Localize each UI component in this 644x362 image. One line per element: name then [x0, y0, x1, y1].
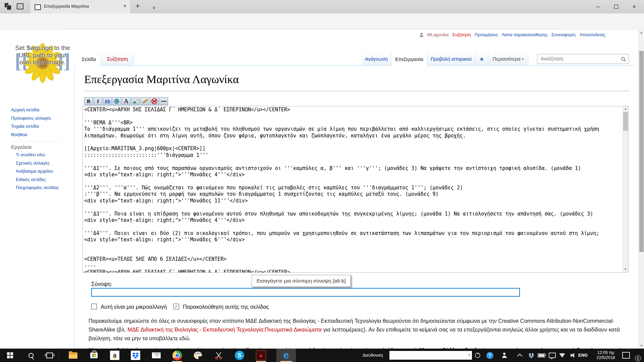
clock-date: 22/5/2018 — [592, 355, 619, 360]
wiki-search-box[interactable] — [537, 54, 629, 64]
editor-scrollbar[interactable]: ▲ ▼ — [623, 106, 628, 272]
watch-page-checkbox[interactable]: ✓ — [173, 304, 179, 309]
sidebar-item-randompage[interactable]: Τυχαία σελίδα — [11, 124, 51, 132]
italic-button[interactable]: I — [94, 97, 102, 105]
editor-scrollbar-thumb[interactable] — [623, 112, 628, 131]
sidebar-item-relatedchanges[interactable]: Σχετικές αλλαγές — [16, 161, 59, 169]
action-center-button[interactable] — [621, 349, 631, 362]
edge-button[interactable]: e — [279, 349, 293, 362]
sidebar-link-pageinfo[interactable]: Πληροφορίες σελίδας — [16, 185, 59, 190]
sidebar-item-upload[interactable]: Ανέβασμα αρχείου — [16, 169, 59, 177]
headline-button[interactable]: A — [122, 97, 130, 105]
battery-tray-button[interactable] — [537, 349, 546, 362]
chrome-button[interactable] — [170, 349, 184, 362]
scroll-up-icon[interactable]: ▲ — [623, 106, 628, 112]
tab-watch-star[interactable]: ★ — [475, 52, 488, 66]
page-scrollbar-thumb[interactable] — [639, 51, 644, 252]
page-scrollbar[interactable]: ▲ ▼ — [638, 30, 644, 349]
sidebar-item-pageinfo[interactable]: Πληροφορίες σελίδας — [16, 185, 59, 193]
tab-page[interactable]: Σελίδα — [77, 52, 101, 66]
display-tray-button[interactable] — [547, 349, 557, 362]
language-indicator[interactable]: ENG — [578, 353, 588, 358]
window-close-button[interactable]: × — [625, 0, 643, 13]
task-view-button[interactable] — [42, 349, 57, 362]
help-tray-button[interactable]: ? — [485, 349, 494, 362]
nowiki-button[interactable]: W — [150, 97, 159, 105]
tab-talk-label[interactable]: Συζήτηση — [107, 56, 128, 62]
tab-list-chevron-icon[interactable]: ∨ — [152, 4, 156, 11]
minor-edit-checkbox[interactable] — [91, 304, 97, 309]
acrobat-button[interactable]: ▲ — [254, 349, 268, 362]
taskbar-search-button[interactable] — [23, 349, 38, 362]
sidebar-item-help[interactable]: Βοήθεια — [11, 132, 51, 140]
tab-read[interactable]: Ανάγνωση — [362, 52, 391, 66]
user-talk-link[interactable]: Συζήτηση — [452, 32, 471, 37]
sidebar-link-help[interactable]: Βοήθεια — [11, 132, 27, 137]
internal-link-button[interactable]: Ab — [103, 97, 112, 105]
edit-textarea[interactable]: <CENTER><u>ΑΡΧΗ 5ΗΣ ΣΕΛΙΔΑΣ Γ΄ ΗΜΕΡΗΣΙΩΝ… — [83, 106, 629, 273]
tab-more-menu[interactable]: Περισσότερα ▾ — [488, 52, 528, 66]
search-input[interactable] — [540, 56, 619, 62]
mail-button[interactable] — [149, 349, 164, 362]
sidebar-link-upload[interactable]: Ανέβασμα αρχείου — [16, 169, 53, 174]
tab-history[interactable]: Προβολή ιστορικού — [427, 52, 475, 66]
watchlist-link[interactable]: Λίστα παρακολούθησης — [502, 32, 548, 37]
dropbox-tray-button[interactable] — [527, 349, 536, 362]
page-scroll-up-icon[interactable]: ▲ — [639, 30, 644, 36]
network-tray-button[interactable] — [557, 349, 567, 362]
new-tab-button[interactable]: + — [136, 3, 140, 9]
sidebar-link-mainpage[interactable]: Αρχική σελίδα — [11, 107, 39, 112]
tab-close-icon[interactable]: × — [123, 3, 126, 9]
search-icon[interactable] — [621, 57, 626, 62]
sidebar-link-relatedchanges[interactable]: Σχετικές αλλαγές — [16, 161, 50, 166]
scroll-down-icon[interactable]: ▼ — [623, 267, 628, 272]
sidebar-item-whatlinkshere[interactable]: Τι συνδέει εδώ — [16, 152, 59, 161]
preferences-link[interactable]: Προτιμήσεις — [475, 32, 498, 37]
sidebar-item-recentchanges[interactable]: Πρόσφατες αλλαγές — [11, 116, 51, 124]
tab-edit[interactable]: Επεξεργασία — [391, 52, 427, 66]
external-link-button[interactable] — [112, 97, 121, 105]
tab-preview-icon[interactable] — [5, 3, 11, 10]
copyright-page-link[interactable]: ΜΔΕ Διδακτική της Βιολογίας - Εκπαιδευτι… — [127, 326, 322, 333]
username-link[interactable]: MLagonika — [427, 32, 449, 37]
window-minimize-button[interactable] — [589, 0, 607, 13]
tab-history-label[interactable]: Προβολή ιστορικού — [431, 56, 472, 62]
amazon-button[interactable]: a — [107, 349, 122, 362]
sidebar-link-recentchanges[interactable]: Πρόσφατες αλλαγές — [11, 116, 51, 121]
address-input-chevron-icon[interactable]: ∨ — [468, 353, 471, 357]
sidebar-item-specialpages[interactable]: Ειδικές σελίδες — [16, 177, 59, 185]
people-tray-button[interactable] — [500, 349, 509, 362]
taskbar-clock[interactable]: 12:05 πμ 22/5/2018 — [592, 350, 619, 360]
sidebar-link-randompage[interactable]: Τυχαία σελίδα — [11, 124, 39, 129]
file-explorer-button[interactable] — [66, 349, 80, 362]
start-button[interactable] — [3, 349, 17, 362]
tab-talk[interactable]: Συζήτηση — [101, 52, 134, 66]
sidebar-link-whatlinkshere[interactable]: Τι συνδέει εδώ — [16, 152, 45, 157]
volume-tray-button[interactable] — [567, 349, 576, 362]
hidden-icons-button[interactable] — [515, 349, 524, 362]
tab-read-label[interactable]: Ανάγνωση — [365, 56, 388, 62]
window-maximize-button[interactable] — [607, 0, 625, 13]
wikitext-content[interactable]: <CENTER><u>ΑΡΧΗ 5ΗΣ ΣΕΛΙΔΑΣ Γ΄ ΗΜΕΡΗΣΙΩΝ… — [84, 106, 618, 273]
paint-button[interactable] — [191, 349, 205, 362]
embedded-image-button[interactable] — [131, 97, 140, 105]
skype-button[interactable]: S — [232, 349, 247, 362]
horizontal-rule-button[interactable]: — — [159, 97, 168, 105]
address-toolbar-input[interactable]: ∨ — [389, 351, 472, 360]
address-go-button[interactable] — [473, 349, 482, 362]
microsoft-store-button[interactable] — [87, 349, 101, 362]
set-tabs-aside-icon[interactable]: ← — [17, 3, 23, 9]
sidebar-item-mainpage[interactable]: Αρχική σελίδα — [11, 107, 51, 116]
browser-tab[interactable]: Επεξεργασία Μαριτίνα × — [30, 0, 131, 13]
dropbox-button[interactable] — [128, 349, 143, 362]
snipping-tool-button[interactable] — [211, 349, 226, 362]
media-file-link-button[interactable] — [141, 97, 149, 105]
summary-input[interactable] — [91, 288, 520, 297]
logout-link[interactable]: Αποσύνδεση; — [580, 32, 606, 37]
page-scroll-down-icon[interactable]: ▼ — [639, 343, 644, 349]
people-icon — [501, 353, 507, 358]
bold-button[interactable]: B — [84, 97, 93, 105]
contributions-link[interactable]: Συνεισφορές — [551, 32, 576, 37]
sidebar-link-specialpages[interactable]: Ειδικές σελίδες — [16, 177, 46, 182]
wiki-logo[interactable]: [[ ]] Set $wgLogo to the URL path to you… — [14, 40, 71, 93]
